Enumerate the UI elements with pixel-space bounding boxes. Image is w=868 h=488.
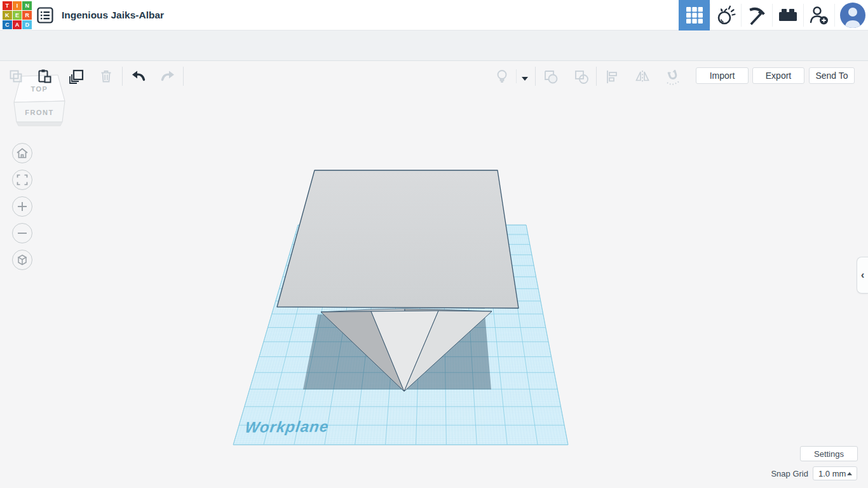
divider [122,67,123,86]
logo-tile: E [13,11,22,20]
account-avatar[interactable] [840,3,865,28]
group-icon[interactable] [543,69,558,84]
tinkercad-logo[interactable]: T I N K E R C A D [3,1,32,29]
snap-grid-value: 1.0 mm [818,469,846,478]
zoom-out-button[interactable] [12,223,32,243]
export-button[interactable]: Export [752,67,804,84]
panel-collapse-tab[interactable]: ‹ [857,257,868,294]
tinkercad-app: Workplane T I N K E R C A D Ingenious Ja… [0,0,868,488]
logo-tile: C [3,20,12,29]
paste-icon[interactable] [37,69,52,84]
divider [535,67,536,86]
hide-bulb-icon[interactable] [494,69,510,84]
plate-shape[interactable] [277,170,519,308]
logo-tile: K [3,11,12,20]
import-button[interactable]: Import [696,67,749,84]
send-to-button[interactable]: Send To [809,67,855,84]
chevron-left-icon: ‹ [861,269,865,281]
snap-magnet-icon[interactable] [664,69,679,84]
view-controls [12,143,32,270]
snap-grid-label: Snap Grid [731,469,808,478]
brick-icon[interactable] [772,0,803,30]
logo-tile: T [3,1,12,10]
caret-up-icon [847,472,852,475]
copy-icon[interactable] [8,69,24,84]
edit-toolbar: Import Export Send To [0,30,868,61]
divider [834,4,835,27]
view-cube-front-label[interactable]: FRONT [25,109,53,116]
sim-lab-icon[interactable] [710,0,741,30]
design-title[interactable]: Ingenious Jaiks-Albar [62,0,164,30]
header-bar: T I N K E R C A D Ingenious Jaiks-Albar [0,0,868,30]
divider [516,69,517,83]
hide-menu-caret-icon[interactable] [521,73,529,79]
redo-icon[interactable] [159,69,175,84]
perspective-toggle-button[interactable] [12,250,32,270]
logo-tile: D [22,20,32,29]
zoom-in-button[interactable] [12,196,32,217]
blocks-grid-icon[interactable] [679,0,710,30]
3d-viewport[interactable] [0,61,868,488]
logo-tile: R [22,11,32,20]
add-person-icon[interactable] [803,0,834,30]
fit-view-button[interactable] [12,170,32,190]
design-properties-icon[interactable] [36,6,54,24]
logo-tile: A [13,20,22,29]
settings-button[interactable]: Settings [800,446,858,461]
undo-icon[interactable] [130,69,146,84]
minecraft-pickaxe-icon[interactable] [741,0,772,30]
ungroup-icon[interactable] [573,69,588,84]
logo-tile: N [22,1,32,10]
home-view-button[interactable] [12,143,32,163]
delete-icon[interactable] [98,69,114,84]
logo-tile: I [13,1,22,10]
duplicate-icon[interactable] [68,69,83,84]
divider [596,67,597,86]
align-icon[interactable] [604,69,619,84]
snap-grid-select[interactable]: 1.0 mm [813,466,857,480]
view-cube-top-label[interactable]: TOP [31,85,48,93]
mirror-icon[interactable] [634,69,649,84]
divider [183,67,184,86]
